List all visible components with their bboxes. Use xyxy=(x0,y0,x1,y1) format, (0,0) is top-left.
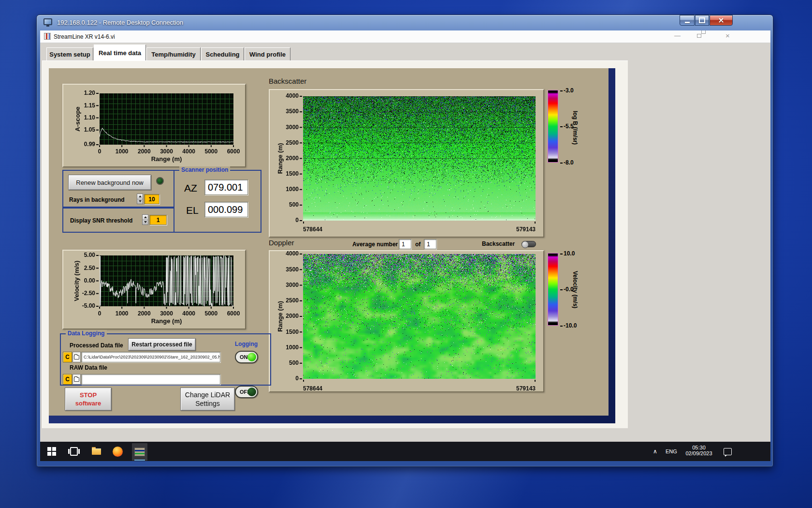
tray-chevron-icon[interactable]: ∧ xyxy=(653,448,657,455)
vi-icon xyxy=(44,33,51,40)
el-value: 000.099 xyxy=(208,204,243,215)
raw-drive-button[interactable]: C xyxy=(63,374,72,385)
snr-spinner[interactable] xyxy=(142,214,148,225)
background-led xyxy=(156,177,164,185)
app-window-title: StreamLine XR v14-6.vi xyxy=(54,33,115,40)
stop-label-1: STOP xyxy=(80,391,97,399)
doppler-chart xyxy=(269,250,544,392)
change-lidar-label-1: Change LiDAR xyxy=(185,390,230,399)
az-label: AZ xyxy=(184,182,197,194)
notification-center-button[interactable] xyxy=(723,448,732,455)
app-titlebar[interactable]: StreamLine XR v14-6.vi — × xyxy=(40,30,770,43)
tab-system-setup[interactable]: System setup xyxy=(46,47,93,60)
rays-value: 10 xyxy=(148,196,155,203)
task-view-button[interactable] xyxy=(68,447,80,456)
snr-threshold-label: Display SNR threshold xyxy=(70,217,132,224)
rays-in-background-field[interactable]: 10 xyxy=(144,194,160,204)
raw-logging-toggle[interactable]: OFF xyxy=(235,386,258,398)
tab-real-time-data[interactable]: Real time data xyxy=(94,45,146,60)
velocity-plot-canvas xyxy=(63,251,245,329)
processed-data-file-label: Processed Data file xyxy=(70,342,123,349)
backscatter-heatmap-canvas xyxy=(270,90,543,237)
renew-background-label: Renew background now xyxy=(76,179,143,186)
data-logging-title: Data Logging xyxy=(66,330,107,337)
tab-label: Scheduling xyxy=(205,51,239,58)
tab-wind-profile[interactable]: Wind profile xyxy=(245,47,290,60)
maximize-icon xyxy=(699,17,705,23)
panel-border: Renew background now Rays in background … xyxy=(49,68,615,423)
rays-spinner[interactable] xyxy=(137,194,143,204)
renew-background-button[interactable]: Renew background now xyxy=(68,175,151,190)
doppler-title: Doppler xyxy=(269,239,294,247)
backscatter-colorbar-tick-max: -3.0 xyxy=(560,87,574,94)
rdp-minimize-button[interactable] xyxy=(680,15,695,26)
off-label: OFF xyxy=(240,389,250,395)
restart-processed-file-button[interactable]: Restart processed file xyxy=(128,338,196,351)
ascope-chart xyxy=(62,84,246,167)
start-button[interactable] xyxy=(46,446,58,457)
processed-logging-toggle[interactable]: ON xyxy=(235,351,258,363)
app-close-button[interactable]: × xyxy=(725,32,730,39)
backscatter-title: Backscatter xyxy=(269,77,306,85)
of-label: of xyxy=(415,241,420,248)
backscatter-colorbar-label: log B (/m/sr) xyxy=(572,96,579,159)
firefox-button[interactable] xyxy=(112,446,123,457)
taskbar-app-streamline[interactable] xyxy=(132,443,147,461)
tab-temp-humidity[interactable]: Temp/humidity xyxy=(146,47,201,60)
az-value: 079.001 xyxy=(208,182,243,193)
stop-software-button[interactable]: STOP software xyxy=(65,388,112,411)
raw-path-field[interactable] xyxy=(81,374,220,385)
el-field: 000.099 xyxy=(204,202,248,217)
processed-browse-button[interactable] xyxy=(72,352,81,362)
az-field: 079.001 xyxy=(204,179,248,195)
task-view-icon xyxy=(70,447,78,456)
desktop-background: 192.168.0.122 - Remote Desktop Connectio… xyxy=(0,0,812,508)
scanner-position-title: Scanner position xyxy=(179,166,230,173)
clock[interactable]: 05:30 02/09/2023 xyxy=(683,445,715,456)
main-panel: Renew background now Rays in background … xyxy=(49,68,609,416)
doppler-colorbar-tick-max: 10.0 xyxy=(560,250,575,257)
snr-group: Display SNR threshold 1 xyxy=(62,208,174,233)
streamline-app-icon xyxy=(134,448,145,456)
windows-logo-icon xyxy=(47,447,56,456)
file-explorer-button[interactable] xyxy=(90,447,102,456)
ascope-plot-canvas xyxy=(63,85,245,166)
remote-screen: StreamLine XR v14-6.vi — × System setup … xyxy=(40,30,770,461)
stop-label-2: software xyxy=(75,399,101,407)
change-lidar-label-2: Settings xyxy=(195,399,220,408)
rays-in-background-label: Rays in background xyxy=(69,196,125,203)
notification-icon xyxy=(724,448,732,455)
average-number-label: Average number xyxy=(352,241,398,248)
backscatter-toggle[interactable] xyxy=(522,241,536,247)
language-indicator[interactable]: ENG xyxy=(666,448,677,454)
doppler-colorbar[interactable] xyxy=(548,253,558,326)
el-label: EL xyxy=(186,205,199,216)
clock-date: 02/09/2023 xyxy=(683,450,715,456)
rdp-window-title: 192.168.0.122 - Remote Desktop Connectio… xyxy=(57,19,183,26)
taskbar: ∧ ENG 05:30 02/09/2023 xyxy=(40,442,770,461)
snr-value: 1 xyxy=(157,217,160,224)
taskbar-app-scan-scheduler[interactable] xyxy=(153,461,169,461)
clock-time: 05:30 xyxy=(683,445,715,450)
folder-icon xyxy=(74,377,79,382)
tab-scheduling[interactable]: Scheduling xyxy=(201,47,244,60)
rdp-maximize-button[interactable] xyxy=(695,15,709,26)
processed-drive-button[interactable]: C xyxy=(63,352,72,362)
on-label: ON xyxy=(240,354,248,360)
backscatter-colorbar[interactable] xyxy=(548,90,558,163)
data-logging-group: Data Logging Processed Data file Restart… xyxy=(60,333,271,386)
scanner-position-group: Scanner position AZ 079.001 EL 000.099 xyxy=(174,170,261,233)
raw-browse-button[interactable] xyxy=(72,374,81,385)
snr-threshold-field[interactable]: 1 xyxy=(149,215,167,225)
tab-label: Real time data xyxy=(99,49,141,57)
tab-label: System setup xyxy=(49,51,90,58)
rdp-titlebar[interactable]: 192.168.0.122 - Remote Desktop Connectio… xyxy=(37,15,774,30)
processed-path-field[interactable]: C:\Lidar\Data\Proc\2023\202309\20230902\… xyxy=(81,352,220,362)
rdp-close-button[interactable] xyxy=(710,15,733,26)
background-group: Renew background now Rays in background … xyxy=(62,170,174,208)
average-count-field[interactable]: 1 xyxy=(424,239,436,249)
backscatter-chart xyxy=(269,89,544,238)
average-number-field[interactable]: 1 xyxy=(399,239,411,249)
app-minimize-button[interactable]: — xyxy=(674,32,681,39)
change-lidar-settings-button[interactable]: Change LiDAR Settings xyxy=(180,388,235,411)
